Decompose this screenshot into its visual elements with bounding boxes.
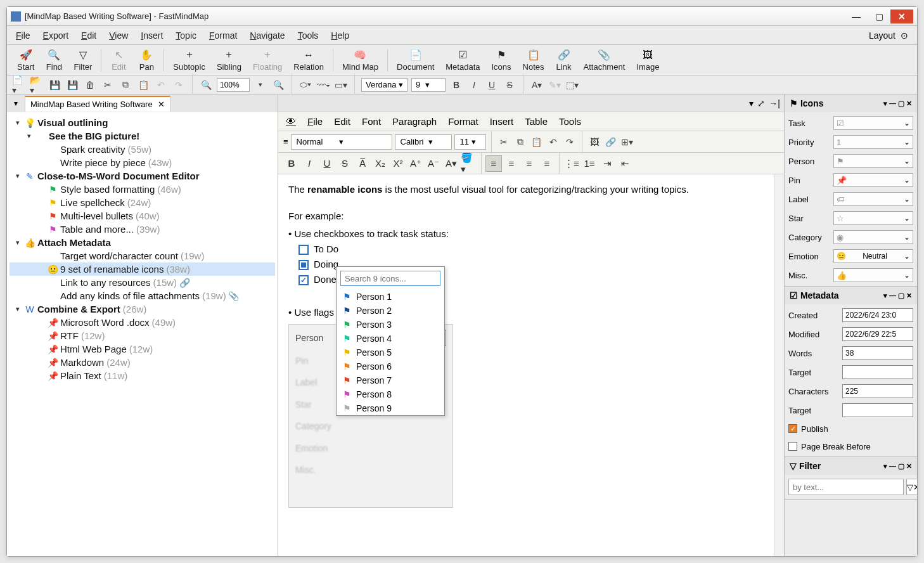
fill-button[interactable]: ⬚▾ bbox=[565, 78, 579, 92]
icon-dropdown[interactable]: 👍⌄ bbox=[833, 268, 913, 282]
editor-menu-insert[interactable]: Insert bbox=[490, 116, 514, 127]
tree-row[interactable]: Add any kinds of file attachments (19w) … bbox=[10, 289, 275, 302]
filter-input[interactable] bbox=[788, 479, 904, 495]
minimize-button[interactable]: — bbox=[845, 10, 868, 23]
cut-button[interactable]: ✂ bbox=[101, 78, 115, 92]
close-button[interactable]: ✕ bbox=[890, 10, 913, 23]
new-dropdown[interactable]: 📄▾ bbox=[12, 78, 26, 92]
zoom-out-button[interactable]: 🔍 bbox=[199, 78, 213, 92]
document-tab[interactable]: MindMap Based Writing Software ✕ bbox=[25, 96, 170, 112]
copy-button[interactable]: ⧉ bbox=[119, 78, 132, 92]
panel-controls[interactable]: ▾ — ▢ ✕ bbox=[883, 462, 912, 470]
popup-item[interactable]: ⚑Person 2 bbox=[337, 304, 444, 318]
menu-tools[interactable]: Tools bbox=[298, 30, 319, 41]
tree-row[interactable]: ▾👍Attach Metadata bbox=[10, 236, 275, 249]
tree-row[interactable]: ⚑Style based formatting (46w) bbox=[10, 183, 275, 196]
gear-icon[interactable]: ⊙ bbox=[901, 30, 908, 41]
italic-button[interactable]: I bbox=[301, 155, 318, 172]
popup-item[interactable]: ⚑Person 6 bbox=[337, 359, 444, 373]
editor-menu-font[interactable]: Font bbox=[362, 116, 381, 127]
tree-row[interactable]: Spark creativity (55w) bbox=[10, 143, 275, 156]
bold-button[interactable]: B bbox=[283, 155, 300, 172]
increase-font-button[interactable]: A⁺ bbox=[407, 155, 424, 172]
meta-input[interactable] bbox=[842, 327, 913, 341]
menu-export[interactable]: Export bbox=[43, 30, 68, 41]
filter-clear-button[interactable]: ▽✕ bbox=[906, 479, 917, 495]
relation-button[interactable]: ↔Relation bbox=[288, 46, 329, 74]
menu-navigate[interactable]: Navigate bbox=[250, 30, 285, 41]
indent-button[interactable]: ⇥ bbox=[599, 155, 615, 172]
floating-button[interactable]: ＋Floating bbox=[248, 46, 287, 74]
editor-scrollbar[interactable] bbox=[774, 174, 784, 556]
tree-row[interactable]: ⚑Live spellcheck (24w) bbox=[10, 196, 275, 209]
number-list-button[interactable]: 1≡ bbox=[581, 155, 598, 172]
editor-menu-paragraph[interactable]: Paragraph bbox=[392, 116, 437, 127]
tree-row[interactable]: 📌RTF (12w) bbox=[10, 329, 275, 342]
icon-dropdown[interactable]: ⚑⌄ bbox=[833, 154, 913, 168]
subtopic-button[interactable]: ＋Subtopic bbox=[168, 46, 210, 74]
link-button[interactable]: 🔗 bbox=[604, 135, 618, 149]
meta-input[interactable] bbox=[842, 365, 913, 379]
editor-font-select[interactable]: Calibri ▾ bbox=[395, 134, 452, 150]
paste-button[interactable]: 📋 bbox=[530, 135, 544, 149]
underline-button[interactable]: U bbox=[485, 78, 499, 92]
menu-insert[interactable]: Insert bbox=[141, 30, 163, 41]
icon-dropdown[interactable]: ◉⌄ bbox=[833, 230, 913, 244]
tree-row[interactable]: Link to any resources (15w) 🔗 bbox=[10, 276, 275, 289]
tab-close-icon[interactable]: ✕ bbox=[158, 100, 165, 109]
copy-button[interactable]: ⧉ bbox=[513, 135, 527, 149]
undo-button[interactable]: ↶ bbox=[154, 78, 168, 92]
menu-format[interactable]: Format bbox=[209, 30, 237, 41]
editor-menu-file[interactable]: File bbox=[307, 116, 323, 127]
icon-dropdown[interactable]: 😐 Neutral⌄ bbox=[833, 249, 913, 263]
redo-button[interactable]: ↷ bbox=[172, 78, 186, 92]
font-color-button[interactable]: A▾ bbox=[443, 155, 459, 172]
meta-input[interactable] bbox=[842, 403, 913, 417]
align-left-button[interactable]: ≡ bbox=[485, 155, 502, 172]
overline-button[interactable]: A̅ bbox=[354, 155, 371, 172]
strike-button[interactable]: S bbox=[503, 78, 517, 92]
zoom-input[interactable] bbox=[217, 78, 250, 92]
icon-dropdown[interactable]: 1⌄ bbox=[833, 135, 913, 149]
link-button[interactable]: 🔗Link bbox=[551, 46, 577, 74]
menu-file[interactable]: File bbox=[16, 30, 30, 41]
image-button[interactable]: 🖼Image bbox=[631, 46, 664, 74]
strike-button[interactable]: S bbox=[337, 155, 353, 172]
edit-button[interactable]: ↖Edit bbox=[105, 46, 132, 74]
panel-controls[interactable]: ▾ — ▢ ✕ bbox=[883, 100, 912, 108]
tree-row[interactable]: 📌Microsoft Word .docx (49w) bbox=[10, 316, 275, 329]
outline-tree[interactable]: ▾💡Visual outlining ▾See the BIG picture!… bbox=[7, 112, 278, 556]
decrease-font-button[interactable]: A⁻ bbox=[425, 155, 442, 172]
font-family-select[interactable]: Verdana ▾ bbox=[361, 78, 407, 92]
italic-button[interactable]: I bbox=[467, 78, 481, 92]
publish-checkbox[interactable]: Publish bbox=[788, 421, 913, 436]
font-size-select[interactable]: 9 ▾ bbox=[411, 78, 446, 92]
popup-item[interactable]: ⚑Person 7 bbox=[337, 373, 444, 387]
tree-row[interactable]: 📌Html Web Page (12w) bbox=[10, 342, 275, 356]
cut-button[interactable]: ✂ bbox=[497, 135, 511, 149]
pagebreak-checkbox[interactable]: Page Break Before bbox=[788, 439, 913, 454]
mind-map-button[interactable]: 🧠Mind Map bbox=[337, 46, 383, 74]
popup-search-input[interactable] bbox=[340, 271, 440, 286]
tree-row[interactable]: ▾💡Visual outlining bbox=[10, 116, 275, 129]
dock-icon[interactable]: →| bbox=[769, 98, 780, 108]
editor-menu-format[interactable]: Format bbox=[448, 116, 478, 127]
metadata-button[interactable]: ☑Metadata bbox=[440, 46, 485, 74]
editor-menu-edit[interactable]: Edit bbox=[334, 116, 350, 127]
editor-menu-table[interactable]: Table bbox=[525, 116, 548, 127]
tree-row[interactable]: ▾WCombine & Export (26w) bbox=[10, 302, 275, 316]
twisty-icon[interactable]: ▾ bbox=[13, 238, 22, 247]
meta-input[interactable] bbox=[842, 308, 913, 322]
align-center-button[interactable]: ≡ bbox=[503, 155, 520, 172]
editor-fontsize-select[interactable]: 11 ▾ bbox=[454, 134, 486, 150]
menu-edit[interactable]: Edit bbox=[81, 30, 96, 41]
popup-item[interactable]: ⚑Person 9 bbox=[337, 401, 444, 415]
bold-button[interactable]: B bbox=[449, 78, 463, 92]
icons-button[interactable]: ⚑Icons bbox=[486, 46, 516, 74]
find-button[interactable]: 🔍Find bbox=[41, 46, 67, 74]
subscript-button[interactable]: X₂ bbox=[372, 155, 388, 172]
icon-dropdown[interactable]: ☑⌄ bbox=[833, 116, 913, 130]
editor-menu-tools[interactable]: Tools bbox=[559, 116, 581, 127]
menu-help[interactable]: Help bbox=[331, 30, 349, 41]
document-button[interactable]: 📄Document bbox=[392, 46, 439, 74]
